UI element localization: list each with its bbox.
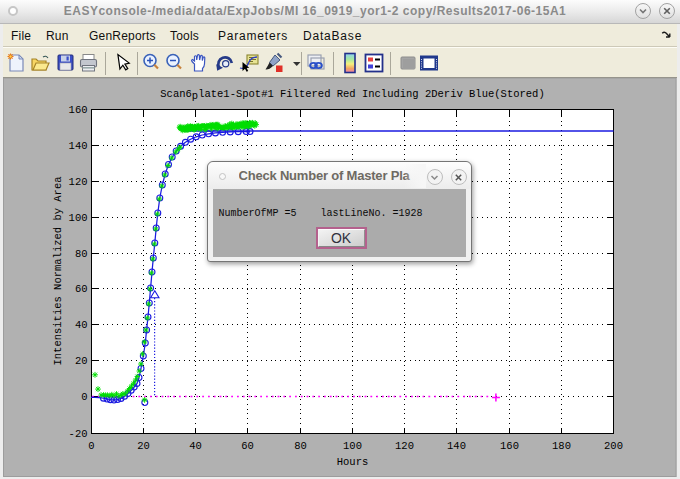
svg-text:Intensities Normalized by Area: Intensities Normalized by Area: [52, 176, 64, 365]
svg-text:160: 160: [69, 104, 88, 116]
svg-text:140: 140: [447, 440, 466, 452]
svg-text:120: 120: [69, 176, 88, 188]
svg-text:60: 60: [241, 440, 254, 452]
svg-text:160: 160: [500, 440, 519, 452]
svg-text:60: 60: [75, 283, 88, 295]
svg-text:100: 100: [69, 212, 88, 224]
svg-text:120: 120: [395, 440, 414, 452]
svg-text:180: 180: [552, 440, 571, 452]
svg-text:80: 80: [294, 440, 307, 452]
svg-text:100: 100: [343, 440, 362, 452]
svg-text:Hours: Hours: [337, 456, 369, 468]
svg-text:20: 20: [75, 355, 88, 367]
svg-text:140: 140: [69, 140, 88, 152]
svg-text:20: 20: [137, 440, 150, 452]
svg-text:80: 80: [75, 248, 88, 260]
svg-text:-20: -20: [69, 428, 88, 440]
svg-text:40: 40: [75, 319, 88, 331]
svg-text:0: 0: [88, 440, 94, 452]
svg-text:0: 0: [81, 391, 87, 403]
svg-text:200: 200: [604, 440, 623, 452]
svg-text:40: 40: [189, 440, 202, 452]
